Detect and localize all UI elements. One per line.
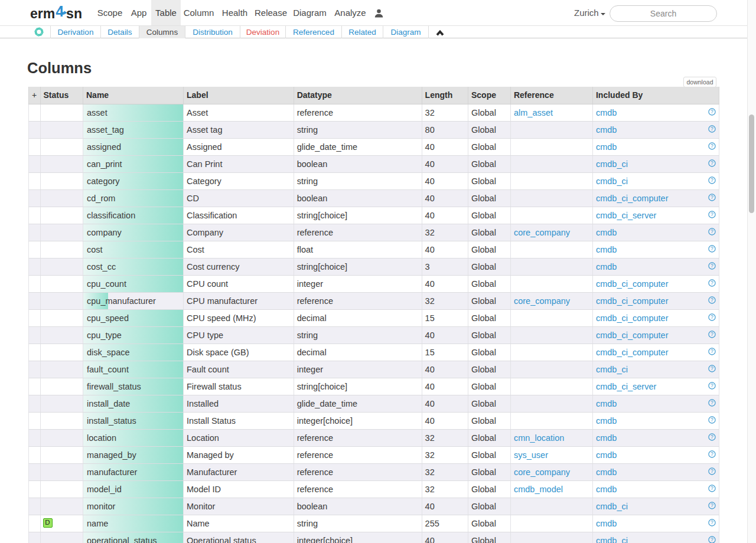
- svg-text:?: ?: [711, 211, 713, 217]
- svg-text:?: ?: [711, 502, 713, 508]
- svg-text:?: ?: [711, 177, 713, 183]
- svg-text:?: ?: [711, 468, 713, 474]
- svg-text:?: ?: [711, 365, 713, 371]
- svg-text:?: ?: [711, 143, 713, 149]
- svg-text:?: ?: [711, 263, 713, 269]
- svg-text:?: ?: [711, 228, 713, 234]
- svg-text:?: ?: [711, 382, 713, 388]
- svg-text:?: ?: [711, 537, 713, 542]
- svg-text:?: ?: [711, 126, 713, 132]
- svg-text:?: ?: [711, 194, 713, 200]
- svg-text:?: ?: [711, 485, 713, 491]
- svg-text:?: ?: [711, 109, 713, 115]
- svg-text:?: ?: [711, 519, 713, 525]
- svg-text:?: ?: [711, 160, 713, 166]
- svg-text:?: ?: [711, 434, 713, 440]
- svg-text:?: ?: [711, 297, 713, 303]
- svg-text:?: ?: [711, 246, 713, 251]
- svg-text:?: ?: [711, 314, 713, 320]
- svg-text:?: ?: [711, 417, 713, 423]
- svg-text:?: ?: [711, 348, 713, 354]
- svg-text:?: ?: [711, 331, 713, 337]
- svg-text:?: ?: [711, 400, 713, 405]
- svg-text:?: ?: [711, 280, 713, 286]
- svg-text:?: ?: [711, 451, 713, 457]
